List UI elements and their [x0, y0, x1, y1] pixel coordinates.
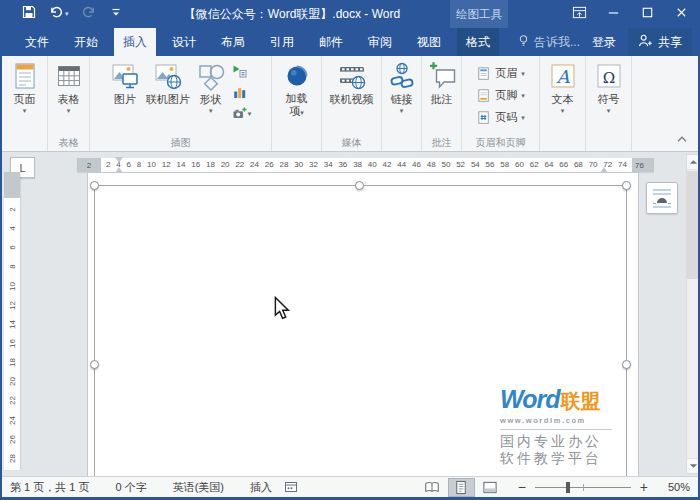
page-indicator[interactable]: 第 1 页，共 1 页: [10, 480, 89, 495]
ruler-number: 12: [8, 301, 17, 310]
shapes-button[interactable]: 形状▾: [194, 59, 228, 136]
save-button[interactable]: [22, 5, 36, 23]
online-pictures-button[interactable]: 联机图片: [144, 59, 192, 136]
print-layout-button[interactable]: [448, 478, 475, 497]
page-number-button[interactable]: 页码▾: [472, 107, 529, 127]
smartart-icon: [232, 64, 247, 79]
table-button[interactable]: 表格▾: [52, 59, 86, 136]
dropdown-arrow-icon: ▾: [521, 91, 525, 100]
handle-top-left[interactable]: [90, 181, 99, 190]
ruler-number: 66: [559, 158, 568, 172]
close-button[interactable]: [664, 0, 698, 28]
symbol-button[interactable]: Ω符号▾: [592, 59, 626, 136]
footer-icon: [476, 88, 491, 103]
header-footer-group: 页眉▾页脚▾页码▾页眉和页脚: [462, 56, 540, 151]
tab-design[interactable]: 设计: [163, 28, 205, 56]
zoom-slider[interactable]: [535, 487, 631, 488]
ribbon-display-options-button[interactable]: [562, 0, 596, 28]
redo-button[interactable]: [82, 5, 96, 23]
maximize-button[interactable]: [630, 0, 664, 28]
group-label: [2, 136, 47, 151]
ruler-number: 2: [106, 158, 110, 172]
vertical-scrollbar[interactable]: [686, 154, 698, 474]
ruler-number: 18: [206, 158, 215, 172]
word-count[interactable]: 0 个字: [115, 480, 146, 495]
ruler-number: 6: [127, 158, 131, 172]
tab-mailings[interactable]: 邮件: [310, 28, 352, 56]
tab-view[interactable]: 视图: [408, 28, 450, 56]
illustrations-mini-stack: ▾: [230, 59, 254, 136]
read-mode-button[interactable]: [419, 478, 446, 497]
dropdown-arrow-icon: ▾: [67, 106, 71, 115]
web-layout-button[interactable]: [477, 478, 504, 497]
text-button[interactable]: A文本▾: [546, 59, 580, 136]
ruler-number: 8: [137, 158, 141, 172]
layout-options-icon: [649, 185, 675, 211]
tab-layout[interactable]: 布局: [212, 28, 254, 56]
group-label: [272, 136, 321, 151]
smartart-button[interactable]: [230, 62, 254, 80]
pages-button[interactable]: 页面▾: [8, 59, 42, 136]
pictures-button[interactable]: 图片: [108, 59, 142, 136]
new-comment-button[interactable]: 批注: [425, 59, 459, 136]
footer-button[interactable]: 页脚▾: [472, 85, 529, 105]
dropdown-arrow-icon: ▾: [607, 106, 611, 115]
macro-icon[interactable]: [284, 480, 298, 494]
scroll-down-icon: [689, 463, 698, 469]
sign-in-button[interactable]: 登录: [592, 34, 616, 51]
group-label: [586, 136, 631, 151]
screenshot-button[interactable]: ▾: [230, 104, 254, 122]
undo-button[interactable]: ▾: [49, 5, 69, 23]
online-picture-icon: [153, 60, 183, 92]
qat-customize-button[interactable]: [109, 5, 123, 23]
ruler-number: 20: [221, 158, 230, 172]
tab-insert[interactable]: 插入: [114, 28, 156, 56]
vertical-ruler[interactable]: 246810121416182022242628: [4, 172, 20, 470]
addins-button[interactable]: 加载项▾: [280, 59, 314, 136]
group-label: 页眉和页脚: [462, 136, 539, 151]
group-label: [382, 136, 421, 151]
zoom-slider-thumb[interactable]: [566, 482, 570, 493]
tab-references[interactable]: 引用: [261, 28, 303, 56]
scroll-down-button[interactable]: [687, 458, 698, 473]
handle-middle-left[interactable]: [90, 360, 99, 369]
ruler-number: 4: [7, 226, 16, 230]
addins-group: 加载项▾: [272, 56, 322, 151]
scrollbar-thumb[interactable]: [687, 171, 698, 279]
ruler-number: 40: [368, 158, 377, 172]
tab-review[interactable]: 审阅: [359, 28, 401, 56]
zoom-in-button[interactable]: +: [640, 480, 648, 494]
tab-file[interactable]: 文件: [16, 28, 58, 56]
zoom-level[interactable]: 50%: [660, 481, 690, 493]
ruler-number: 14: [8, 320, 17, 329]
dropdown-arrow-icon: ▾: [248, 109, 252, 118]
handle-top-center[interactable]: [355, 181, 364, 190]
online-video-button[interactable]: 联机视频: [328, 59, 376, 136]
handle-top-right[interactable]: [622, 181, 631, 190]
ruler-top-margin: [4, 172, 20, 198]
scroll-up-icon: [689, 159, 698, 165]
layout-options-button[interactable]: [646, 182, 678, 214]
horizontal-ruler[interactable]: 2 24681012141618202224262830323436384042…: [77, 158, 654, 172]
tab-home[interactable]: 开始: [65, 28, 107, 56]
first-line-indent-marker[interactable]: [115, 157, 123, 163]
tab-format[interactable]: 格式: [457, 28, 499, 56]
chart-button[interactable]: [230, 83, 254, 101]
minimize-button[interactable]: [596, 0, 630, 28]
collapse-ribbon-button[interactable]: [676, 129, 688, 147]
zoom-out-button[interactable]: −: [518, 480, 526, 494]
link-button[interactable]: 链接▾: [385, 59, 419, 136]
group-label: 媒体: [322, 136, 381, 151]
handle-middle-right[interactable]: [622, 360, 631, 369]
ruler-number: 60: [515, 158, 524, 172]
screenshot-icon: [232, 106, 247, 121]
language-indicator[interactable]: 英语(美国): [173, 480, 224, 495]
tell-me-button[interactable]: 告诉我...: [517, 34, 580, 51]
insert-mode-indicator[interactable]: 插入: [250, 480, 272, 495]
share-button[interactable]: 共享: [628, 28, 692, 56]
ruler-number: 22: [235, 158, 244, 172]
group-label: 表格: [48, 136, 89, 151]
ruler-left-margin: 2: [77, 158, 101, 172]
scroll-up-button[interactable]: [687, 155, 698, 170]
header-button[interactable]: 页眉▾: [472, 63, 529, 83]
